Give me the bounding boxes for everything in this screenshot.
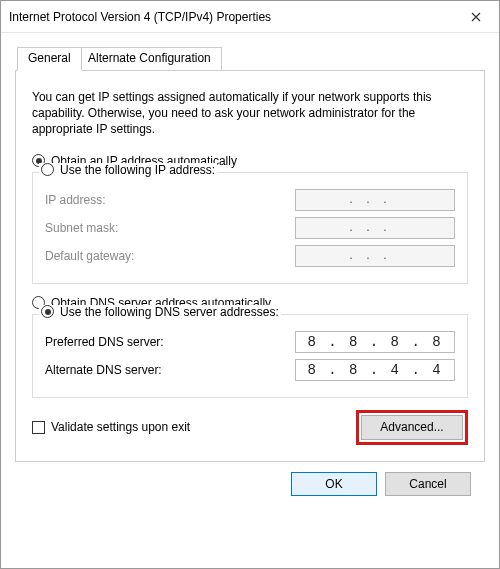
radio-dns-manual-label: Use the following DNS server addresses: [60,305,279,319]
tabpanel-general: You can get IP settings assigned automat… [15,71,485,462]
ip-address-label: IP address: [45,193,295,207]
ip-address-input: ... [295,189,455,211]
validate-label: Validate settings upon exit [51,420,190,434]
preferred-dns-value: 8 . 8 . 8 . 8 [307,334,442,350]
ok-button-label: OK [325,477,342,491]
advanced-button[interactable]: Advanced... [361,415,463,440]
intro-text: You can get IP settings assigned automat… [32,89,468,138]
tab-alternate-configuration[interactable]: Alternate Configuration [77,47,222,71]
cancel-button-label: Cancel [409,477,446,491]
radio-ip-manual[interactable] [41,163,54,176]
ok-button[interactable]: OK [291,472,377,496]
dialog-window: Internet Protocol Version 4 (TCP/IPv4) P… [0,0,500,569]
subnet-mask-label: Subnet mask: [45,221,295,235]
advanced-highlight: Advanced... [356,410,468,445]
validate-checkbox-row[interactable]: Validate settings upon exit [32,420,190,434]
radio-dns-manual[interactable] [41,305,54,318]
close-button[interactable] [453,1,499,33]
tab-general[interactable]: General [17,47,82,71]
group-dns-manual: Use the following DNS server addresses: … [32,314,468,398]
validate-checkbox[interactable] [32,421,45,434]
tab-alternate-label: Alternate Configuration [88,51,211,65]
close-icon [471,12,481,22]
titlebar: Internet Protocol Version 4 (TCP/IPv4) P… [1,1,499,33]
tabstrip: General Alternate Configuration [15,47,485,71]
preferred-dns-label: Preferred DNS server: [45,335,295,349]
cancel-button[interactable]: Cancel [385,472,471,496]
alternate-dns-input[interactable]: 8 . 8 . 4 . 4 [295,359,455,381]
radio-ip-manual-row[interactable]: Use the following IP address: [39,163,217,177]
tab-general-label: General [28,51,71,65]
radio-dns-manual-row[interactable]: Use the following DNS server addresses: [39,305,281,319]
window-title: Internet Protocol Version 4 (TCP/IPv4) P… [9,10,453,24]
subnet-mask-input: ... [295,217,455,239]
radio-ip-manual-label: Use the following IP address: [60,163,215,177]
default-gateway-label: Default gateway: [45,249,295,263]
preferred-dns-input[interactable]: 8 . 8 . 8 . 8 [295,331,455,353]
alternate-dns-label: Alternate DNS server: [45,363,295,377]
advanced-button-label: Advanced... [380,420,443,434]
alternate-dns-value: 8 . 8 . 4 . 4 [307,362,442,378]
group-ip-manual: Use the following IP address: IP address… [32,172,468,284]
default-gateway-input: ... [295,245,455,267]
